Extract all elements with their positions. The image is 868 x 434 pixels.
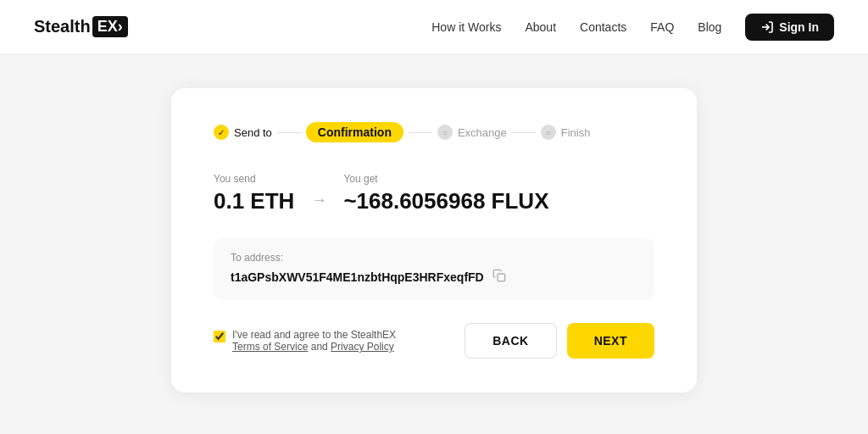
step-exchange: ○ Exchange	[437, 125, 507, 140]
get-block: You get ~168.6056968 FLUX	[343, 173, 548, 214]
step-connector-2	[409, 132, 432, 133]
privacy-link[interactable]: Privacy Policy	[331, 341, 394, 353]
get-label: You get	[343, 173, 548, 185]
nav-faq[interactable]: FAQ	[650, 20, 674, 34]
step-exchange-label: Exchange	[458, 126, 507, 139]
step-send-to-label: Send to	[234, 126, 272, 139]
header: Stealth EX› How it Works About Contacts …	[0, 0, 868, 54]
step-exchange-icon: ○	[437, 125, 453, 140]
footer-row: I've read and agree to the StealthEX Ter…	[214, 323, 654, 359]
nav-contacts[interactable]: Contacts	[580, 20, 626, 34]
copy-icon[interactable]	[492, 269, 506, 286]
stepper: ✓ Send to Confirmation ○ Exchange ○ Fini…	[214, 122, 654, 142]
send-block: You send 0.1 ETH	[214, 173, 294, 214]
back-button[interactable]: BACK	[465, 323, 556, 359]
address-row: t1aGPsbXWV51F4ME1nzbtHqpE3HRFxeqfFD	[231, 269, 637, 286]
nav-blog[interactable]: Blog	[698, 20, 721, 34]
step-confirmation: Confirmation	[306, 122, 403, 142]
logo[interactable]: Stealth EX›	[34, 16, 128, 37]
step-connector-1	[277, 132, 301, 133]
action-buttons: BACK NEXT	[465, 323, 654, 359]
exchange-info: You send 0.1 ETH → You get ~168.6056968 …	[214, 173, 654, 214]
terms-link[interactable]: Terms of Service	[232, 341, 308, 353]
next-button[interactable]: NEXT	[567, 323, 654, 359]
get-amount: ~168.6056968 FLUX	[343, 188, 548, 214]
step-send-to: ✓ Send to	[214, 125, 272, 140]
address-label: To address:	[231, 252, 637, 264]
step-confirmation-label: Confirmation	[306, 122, 403, 142]
step-connector-3	[512, 132, 536, 133]
sign-in-button[interactable]: Sign In	[745, 14, 834, 41]
sign-in-icon	[760, 20, 774, 34]
arrow-right-icon: →	[311, 192, 326, 209]
step-finish-icon: ○	[541, 125, 556, 140]
step-finish: ○ Finish	[541, 125, 591, 140]
step-finish-label: Finish	[561, 126, 591, 139]
main-content: ✓ Send to Confirmation ○ Exchange ○ Fini…	[0, 54, 868, 426]
nav-how-it-works[interactable]: How it Works	[431, 20, 501, 34]
nav-about[interactable]: About	[525, 20, 556, 34]
send-amount: 0.1 ETH	[214, 188, 294, 214]
agreement-label[interactable]: I've read and agree to the StealthEX Ter…	[214, 329, 396, 353]
address-value: t1aGPsbXWV51F4ME1nzbtHqpE3HRFxeqfFD	[231, 270, 484, 284]
send-label: You send	[214, 173, 294, 185]
confirmation-card: ✓ Send to Confirmation ○ Exchange ○ Fini…	[171, 88, 697, 392]
address-section: To address: t1aGPsbXWV51F4ME1nzbtHqpE3HR…	[214, 238, 654, 299]
svg-rect-1	[498, 274, 505, 281]
agreement-text-before: I've read and agree to the StealthEX	[232, 329, 396, 341]
agreement-and: and	[311, 341, 328, 353]
nav: How it Works About Contacts FAQ Blog Sig…	[431, 14, 834, 41]
logo-text: Stealth	[34, 17, 91, 36]
agreement-checkbox[interactable]	[214, 331, 225, 342]
step-send-to-icon: ✓	[214, 125, 229, 140]
logo-ex: EX›	[92, 16, 128, 37]
